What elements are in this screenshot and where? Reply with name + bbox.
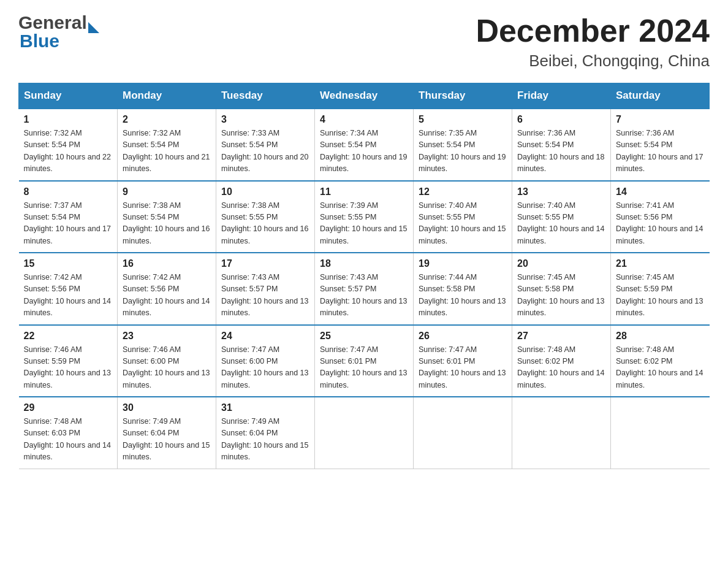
day-info: Sunrise: 7:42 AM Sunset: 5:56 PM Dayligh… xyxy=(123,272,211,320)
calendar-day-cell: 5 Sunrise: 7:35 AM Sunset: 5:54 PM Dayli… xyxy=(414,109,512,181)
logo-arrow-icon xyxy=(88,22,99,33)
title-block: December 2024 Beibei, Chongqing, China xyxy=(476,12,710,71)
calendar-day-cell: 15 Sunrise: 7:42 AM Sunset: 5:56 PM Dayl… xyxy=(19,253,118,325)
day-number: 28 xyxy=(616,331,705,342)
daylight-label: Daylight: 10 hours and 13 minutes. xyxy=(419,297,506,317)
calendar-day-cell: 20 Sunrise: 7:45 AM Sunset: 5:58 PM Dayl… xyxy=(512,253,611,325)
calendar-day-cell: 9 Sunrise: 7:38 AM Sunset: 5:54 PM Dayli… xyxy=(118,181,216,253)
day-number: 16 xyxy=(123,258,211,269)
sunset-label: Sunset: 5:57 PM xyxy=(320,285,376,293)
calendar-day-cell: 6 Sunrise: 7:36 AM Sunset: 5:54 PM Dayli… xyxy=(512,109,611,181)
calendar-day-cell: 3 Sunrise: 7:33 AM Sunset: 5:54 PM Dayli… xyxy=(216,109,315,181)
logo: General Blue xyxy=(18,12,99,52)
sunset-label: Sunset: 6:01 PM xyxy=(320,357,376,366)
day-number: 4 xyxy=(320,114,408,125)
sunset-label: Sunset: 5:55 PM xyxy=(221,213,278,221)
sunset-label: Sunset: 5:55 PM xyxy=(320,213,376,221)
calendar-day-cell: 11 Sunrise: 7:39 AM Sunset: 5:55 PM Dayl… xyxy=(315,181,414,253)
calendar-day-cell: 10 Sunrise: 7:38 AM Sunset: 5:55 PM Dayl… xyxy=(216,181,315,253)
day-info: Sunrise: 7:46 AM Sunset: 5:59 PM Dayligh… xyxy=(24,344,113,392)
sunrise-label: Sunrise: 7:39 AM xyxy=(320,201,378,210)
daylight-label: Daylight: 10 hours and 13 minutes. xyxy=(221,369,308,389)
day-info: Sunrise: 7:47 AM Sunset: 6:01 PM Dayligh… xyxy=(320,344,408,392)
day-number: 7 xyxy=(616,114,705,125)
day-info: Sunrise: 7:44 AM Sunset: 5:58 PM Dayligh… xyxy=(419,272,507,320)
daylight-label: Daylight: 10 hours and 18 minutes. xyxy=(517,153,604,173)
day-number: 25 xyxy=(320,331,408,342)
day-info: Sunrise: 7:40 AM Sunset: 5:55 PM Dayligh… xyxy=(419,200,507,248)
day-number: 3 xyxy=(221,114,309,125)
sunset-label: Sunset: 5:58 PM xyxy=(419,285,475,293)
sunrise-label: Sunrise: 7:49 AM xyxy=(221,417,279,426)
day-number: 18 xyxy=(320,258,408,269)
day-info: Sunrise: 7:36 AM Sunset: 5:54 PM Dayligh… xyxy=(616,128,705,175)
sunrise-label: Sunrise: 7:49 AM xyxy=(123,417,181,426)
daylight-label: Daylight: 10 hours and 13 minutes. xyxy=(123,369,210,389)
day-number: 2 xyxy=(123,114,211,125)
day-info: Sunrise: 7:48 AM Sunset: 6:02 PM Dayligh… xyxy=(616,344,705,392)
day-number: 24 xyxy=(221,331,309,342)
daylight-label: Daylight: 10 hours and 15 minutes. xyxy=(221,441,308,461)
calendar-day-cell: 26 Sunrise: 7:47 AM Sunset: 6:01 PM Dayl… xyxy=(414,325,512,397)
day-info: Sunrise: 7:39 AM Sunset: 5:55 PM Dayligh… xyxy=(320,200,408,248)
sunset-label: Sunset: 5:59 PM xyxy=(616,285,672,293)
day-info: Sunrise: 7:42 AM Sunset: 5:56 PM Dayligh… xyxy=(24,272,113,320)
sunrise-label: Sunrise: 7:48 AM xyxy=(24,417,82,426)
day-number: 13 xyxy=(517,186,605,197)
calendar-day-cell: 30 Sunrise: 7:49 AM Sunset: 6:04 PM Dayl… xyxy=(118,397,216,469)
day-info: Sunrise: 7:34 AM Sunset: 5:54 PM Dayligh… xyxy=(320,128,408,175)
sunrise-label: Sunrise: 7:46 AM xyxy=(123,345,181,354)
day-info: Sunrise: 7:49 AM Sunset: 6:04 PM Dayligh… xyxy=(221,416,309,464)
daylight-label: Daylight: 10 hours and 13 minutes. xyxy=(221,297,308,317)
header-sunday: Sunday xyxy=(19,83,118,109)
daylight-label: Daylight: 10 hours and 13 minutes. xyxy=(24,369,111,389)
day-info: Sunrise: 7:48 AM Sunset: 6:02 PM Dayligh… xyxy=(517,344,605,392)
sunrise-label: Sunrise: 7:35 AM xyxy=(419,129,477,137)
sunset-label: Sunset: 5:58 PM xyxy=(517,285,574,293)
day-info: Sunrise: 7:47 AM Sunset: 6:01 PM Dayligh… xyxy=(419,344,507,392)
daylight-label: Daylight: 10 hours and 22 minutes. xyxy=(24,153,111,173)
sunset-label: Sunset: 5:54 PM xyxy=(123,140,179,149)
daylight-label: Daylight: 10 hours and 17 minutes. xyxy=(616,153,703,173)
calendar-day-cell: 23 Sunrise: 7:46 AM Sunset: 6:00 PM Dayl… xyxy=(118,325,216,397)
day-info: Sunrise: 7:40 AM Sunset: 5:55 PM Dayligh… xyxy=(517,200,605,248)
sunrise-label: Sunrise: 7:44 AM xyxy=(419,273,477,282)
daylight-label: Daylight: 10 hours and 13 minutes. xyxy=(320,369,407,389)
header-tuesday: Tuesday xyxy=(216,83,315,109)
calendar-week-row: 22 Sunrise: 7:46 AM Sunset: 5:59 PM Dayl… xyxy=(19,325,710,397)
calendar-day-cell: 28 Sunrise: 7:48 AM Sunset: 6:02 PM Dayl… xyxy=(611,325,710,397)
day-info: Sunrise: 7:43 AM Sunset: 5:57 PM Dayligh… xyxy=(221,272,309,320)
day-number: 26 xyxy=(419,331,507,342)
daylight-label: Daylight: 10 hours and 21 minutes. xyxy=(123,153,210,173)
day-number: 1 xyxy=(24,114,113,125)
sunset-label: Sunset: 6:04 PM xyxy=(123,429,179,437)
day-number: 8 xyxy=(24,186,113,197)
sunrise-label: Sunrise: 7:41 AM xyxy=(616,201,674,210)
daylight-label: Daylight: 10 hours and 14 minutes. xyxy=(616,224,703,245)
day-number: 5 xyxy=(419,114,507,125)
calendar-day-cell: 7 Sunrise: 7:36 AM Sunset: 5:54 PM Dayli… xyxy=(611,109,710,181)
day-info: Sunrise: 7:46 AM Sunset: 6:00 PM Dayligh… xyxy=(123,344,211,392)
sunrise-label: Sunrise: 7:38 AM xyxy=(221,201,279,210)
daylight-label: Daylight: 10 hours and 15 minutes. xyxy=(419,224,506,245)
calendar-day-cell: 24 Sunrise: 7:47 AM Sunset: 6:00 PM Dayl… xyxy=(216,325,315,397)
sunrise-label: Sunrise: 7:36 AM xyxy=(517,129,575,137)
sunrise-label: Sunrise: 7:47 AM xyxy=(320,345,378,354)
sunrise-label: Sunrise: 7:45 AM xyxy=(616,273,674,282)
day-number: 11 xyxy=(320,186,408,197)
calendar-day-cell xyxy=(512,397,611,469)
sunset-label: Sunset: 5:59 PM xyxy=(24,357,80,366)
day-info: Sunrise: 7:47 AM Sunset: 6:00 PM Dayligh… xyxy=(221,344,309,392)
calendar-table: Sunday Monday Tuesday Wednesday Thursday… xyxy=(18,83,710,469)
calendar-week-row: 1 Sunrise: 7:32 AM Sunset: 5:54 PM Dayli… xyxy=(19,109,710,181)
sunset-label: Sunset: 5:54 PM xyxy=(616,140,672,149)
daylight-label: Daylight: 10 hours and 17 minutes. xyxy=(24,224,111,245)
calendar-day-cell: 13 Sunrise: 7:40 AM Sunset: 5:55 PM Dayl… xyxy=(512,181,611,253)
sunrise-label: Sunrise: 7:47 AM xyxy=(419,345,477,354)
day-number: 10 xyxy=(221,186,309,197)
sunrise-label: Sunrise: 7:34 AM xyxy=(320,129,378,137)
day-info: Sunrise: 7:45 AM Sunset: 5:59 PM Dayligh… xyxy=(616,272,705,320)
sunset-label: Sunset: 5:55 PM xyxy=(419,213,475,221)
day-info: Sunrise: 7:49 AM Sunset: 6:04 PM Dayligh… xyxy=(123,416,211,464)
sunset-label: Sunset: 5:54 PM xyxy=(320,140,376,149)
